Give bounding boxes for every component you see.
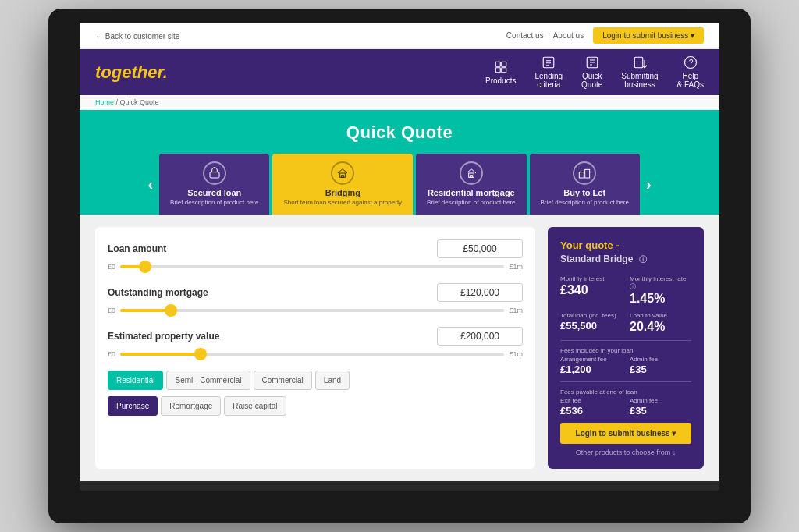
svg-rect-4 bbox=[544, 58, 555, 69]
residential-mortgage-desc: Brief description of product here bbox=[427, 199, 515, 207]
svg-text:?: ? bbox=[689, 58, 694, 67]
admin-fee-label: Admin fee bbox=[630, 356, 691, 363]
lending-icon bbox=[540, 55, 557, 69]
quote-row-end-fees: Exit fee £536 Admin fee £35 bbox=[560, 397, 691, 417]
quote-row-loan: Total loan (inc. fees) £55,500 Loan to v… bbox=[560, 312, 691, 334]
fees-included-label: Fees included in your loan bbox=[560, 347, 691, 354]
left-panel: Loan amount £0 £1m Outstanding mortgage bbox=[95, 227, 535, 469]
laptop-bottom bbox=[80, 481, 719, 491]
buy-to-let-icon bbox=[573, 161, 596, 185]
tab-bridging[interactable]: Bridging Short term loan secured against… bbox=[272, 154, 413, 215]
bridging-name: Bridging bbox=[283, 188, 402, 197]
products-icon bbox=[492, 60, 510, 74]
btn-remortgage[interactable]: Remortgage bbox=[161, 396, 221, 416]
svg-rect-22 bbox=[585, 170, 590, 179]
quote-label: QuickQuote bbox=[581, 72, 602, 89]
login-submit-button[interactable]: Login to submit business ▾ bbox=[560, 423, 691, 444]
quote-row-interest: Monthly interest £340 Monthly interest r… bbox=[560, 275, 691, 306]
contact-link[interactable]: Contact us bbox=[506, 31, 544, 40]
ltv-value: 20.4% bbox=[630, 320, 691, 334]
svg-rect-21 bbox=[580, 172, 584, 178]
quote-divider-1 bbox=[560, 340, 691, 341]
property-max: £1m bbox=[509, 350, 523, 358]
total-loan-label: Total loan (inc. fees) bbox=[560, 312, 622, 319]
about-link[interactable]: About us bbox=[553, 31, 584, 40]
secured-loan-icon bbox=[203, 161, 226, 185]
exit-fee-label: Exit fee bbox=[560, 397, 622, 404]
svg-rect-3 bbox=[501, 68, 506, 73]
mortgage-input[interactable] bbox=[437, 283, 523, 302]
loan-amount-slider[interactable] bbox=[120, 265, 504, 268]
loan-amount-min: £0 bbox=[108, 263, 115, 271]
quote-exit-fee: Exit fee £536 bbox=[560, 397, 622, 417]
monthly-rate-label: Monthly interest rate ⓘ bbox=[630, 275, 691, 291]
buy-to-let-name: Buy to Let bbox=[541, 188, 629, 197]
btn-residential[interactable]: Residential bbox=[108, 371, 163, 390]
nav-item-products[interactable]: Products bbox=[485, 60, 516, 85]
property-header: Estimated property value bbox=[108, 327, 523, 346]
svg-rect-20 bbox=[470, 176, 472, 178]
top-bar: ← Back to customer site Contact us About… bbox=[80, 23, 719, 49]
property-slider[interactable] bbox=[120, 353, 504, 356]
tabs-container: Secured loan Brief description of produc… bbox=[159, 154, 640, 215]
mortgage-group: Outstanding mortgage £0 £1m bbox=[108, 283, 523, 314]
btn-purchase[interactable]: Purchase bbox=[108, 396, 158, 416]
end-fees-label: Fees payable at end of loan bbox=[560, 388, 691, 395]
quote-icon bbox=[584, 55, 601, 69]
quote-panel: Your quote - Standard Bridge ⓘ Monthly i… bbox=[548, 227, 704, 469]
loan-amount-max: £1m bbox=[509, 263, 523, 271]
property-slider-row: £0 £1m bbox=[108, 350, 523, 358]
svg-rect-16 bbox=[210, 172, 219, 178]
total-loan-value: £55,500 bbox=[560, 320, 622, 332]
tab-secured-loan[interactable]: Secured loan Brief description of produc… bbox=[159, 154, 269, 215]
breadcrumb-current: Quick Quote bbox=[120, 98, 159, 106]
quote-arrangement-fee: Arrangement fee £1,200 bbox=[560, 356, 622, 375]
monthly-interest-value: £340 bbox=[560, 283, 622, 297]
btn-semi-commercial[interactable]: Semi - Commercial bbox=[166, 371, 250, 390]
tab-buy-to-let[interactable]: Buy to Let Brief description of product … bbox=[530, 154, 640, 215]
svg-rect-12 bbox=[634, 58, 643, 69]
secured-loan-name: Secured loan bbox=[170, 188, 258, 197]
svg-rect-0 bbox=[495, 62, 500, 66]
back-link[interactable]: ← Back to customer site bbox=[95, 31, 179, 41]
svg-rect-1 bbox=[501, 62, 506, 66]
quote-admin-fee: Admin fee £35 bbox=[630, 356, 691, 375]
login-button-top[interactable]: Login to submit business ▾ bbox=[593, 27, 704, 44]
monthly-rate-value: 1.45% bbox=[630, 292, 691, 306]
submitting-label: Submittingbusiness bbox=[621, 72, 658, 89]
residential-mortgage-name: Residential mortgage bbox=[427, 188, 515, 197]
btn-raise-capital[interactable]: Raise capital bbox=[224, 396, 286, 416]
tab-next-arrow[interactable]: › bbox=[640, 176, 658, 193]
ltv-label: Loan to value bbox=[630, 312, 691, 319]
breadcrumb-home[interactable]: Home bbox=[95, 98, 114, 106]
btn-land[interactable]: Land bbox=[315, 371, 350, 390]
exit-fee-value: £536 bbox=[560, 405, 622, 417]
mortgage-header: Outstanding mortgage bbox=[108, 283, 523, 302]
nav-item-lending[interactable]: Lendingcriteria bbox=[534, 55, 563, 89]
property-type-group: Residential Semi - Commercial Commercial… bbox=[108, 371, 523, 390]
nav-items: Products Lendingcriteria QuickQuote bbox=[485, 55, 704, 89]
admin-end-value: £35 bbox=[630, 405, 691, 417]
admin-end-label: Admin fee bbox=[630, 397, 691, 404]
hero: Quick Quote ‹ Secured loan Brief descrip… bbox=[80, 110, 719, 215]
quote-monthly-rate: Monthly interest rate ⓘ 1.45% bbox=[630, 275, 691, 306]
help-label: Help& FAQs bbox=[677, 72, 704, 89]
nav-item-submitting[interactable]: Submittingbusiness bbox=[621, 55, 658, 89]
nav-item-quote[interactable]: QuickQuote bbox=[581, 55, 602, 89]
quote-row-fees: Arrangement fee £1,200 Admin fee £35 bbox=[560, 356, 691, 375]
mortgage-slider[interactable] bbox=[120, 309, 504, 312]
mortgage-min: £0 bbox=[108, 307, 115, 314]
btn-commercial[interactable]: Commercial bbox=[254, 371, 312, 390]
property-input[interactable] bbox=[437, 327, 523, 346]
loan-amount-header: Loan amount bbox=[108, 239, 523, 258]
property-group: Estimated property value £0 £1m bbox=[108, 327, 523, 358]
tab-prev-arrow[interactable]: ‹ bbox=[141, 176, 159, 193]
page-title: Quick Quote bbox=[95, 122, 704, 143]
mortgage-slider-row: £0 £1m bbox=[108, 307, 523, 314]
tab-residential-mortgage[interactable]: Residential mortgage Brief description o… bbox=[416, 154, 526, 215]
info-icon[interactable]: ⓘ bbox=[639, 255, 647, 264]
loan-amount-input[interactable] bbox=[437, 239, 523, 258]
products-label: Products bbox=[485, 76, 516, 85]
breadcrumb: Home / Quick Quote bbox=[80, 95, 719, 110]
nav-item-help[interactable]: ? Help& FAQs bbox=[677, 55, 704, 89]
